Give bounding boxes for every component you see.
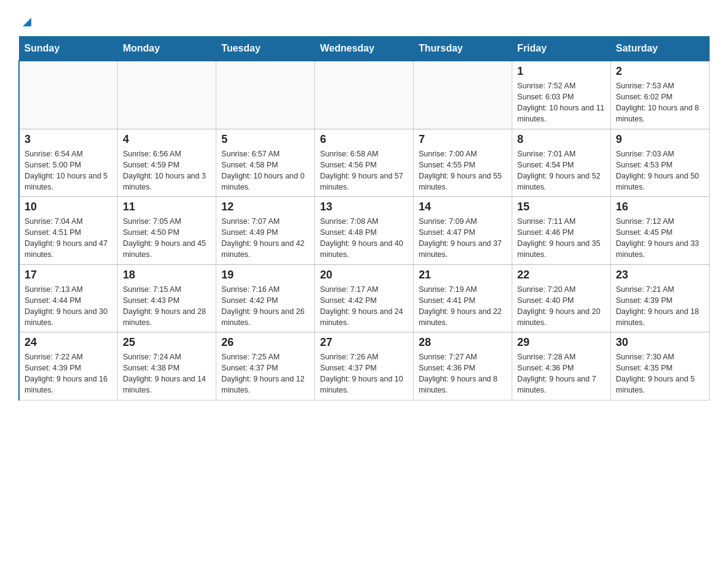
day-info: Sunrise: 7:30 AM Sunset: 4:35 PM Dayligh… [616,351,704,396]
day-info: Sunrise: 7:15 AM Sunset: 4:43 PM Dayligh… [123,284,211,329]
calendar-cell: 12Sunrise: 7:07 AM Sunset: 4:49 PM Dayli… [216,197,315,265]
calendar-cell: 3Sunrise: 6:54 AM Sunset: 5:00 PM Daylig… [19,129,118,197]
calendar-cell: 21Sunrise: 7:19 AM Sunset: 4:41 PM Dayli… [414,264,512,332]
day-info: Sunrise: 6:57 AM Sunset: 4:58 PM Dayligh… [221,148,309,193]
day-info: Sunrise: 7:00 AM Sunset: 4:55 PM Dayligh… [419,148,507,193]
calendar-week-row: 24Sunrise: 7:22 AM Sunset: 4:39 PM Dayli… [19,332,710,400]
calendar-cell [414,61,512,129]
day-number: 7 [419,133,507,146]
calendar-cell [118,61,216,129]
calendar-cell: 17Sunrise: 7:13 AM Sunset: 4:44 PM Dayli… [19,264,118,332]
day-info: Sunrise: 7:21 AM Sunset: 4:39 PM Dayligh… [616,284,704,329]
calendar-cell: 16Sunrise: 7:12 AM Sunset: 4:45 PM Dayli… [611,197,710,265]
day-info: Sunrise: 7:25 AM Sunset: 4:37 PM Dayligh… [221,351,309,396]
day-number: 4 [123,133,211,146]
day-number: 30 [616,336,704,349]
calendar-header-tuesday: Tuesday [216,37,315,61]
calendar-header-sunday: Sunday [19,37,118,61]
day-info: Sunrise: 6:54 AM Sunset: 5:00 PM Dayligh… [25,148,112,193]
day-number: 15 [517,201,605,213]
day-info: Sunrise: 7:13 AM Sunset: 4:44 PM Dayligh… [25,284,112,329]
day-info: Sunrise: 7:17 AM Sunset: 4:42 PM Dayligh… [320,284,408,329]
calendar-cell: 25Sunrise: 7:24 AM Sunset: 4:38 PM Dayli… [118,332,216,400]
day-info: Sunrise: 7:09 AM Sunset: 4:47 PM Dayligh… [419,216,507,261]
calendar-header-thursday: Thursday [414,37,512,61]
calendar-cell: 24Sunrise: 7:22 AM Sunset: 4:39 PM Dayli… [19,332,118,400]
calendar-week-row: 3Sunrise: 6:54 AM Sunset: 5:00 PM Daylig… [19,129,710,197]
calendar-cell: 8Sunrise: 7:01 AM Sunset: 4:54 PM Daylig… [512,129,611,197]
day-number: 26 [221,336,309,349]
day-number: 10 [25,201,112,213]
day-info: Sunrise: 7:20 AM Sunset: 4:40 PM Dayligh… [517,284,605,329]
calendar-cell: 14Sunrise: 7:09 AM Sunset: 4:47 PM Dayli… [414,197,512,265]
calendar-week-row: 10Sunrise: 7:04 AM Sunset: 4:51 PM Dayli… [19,197,710,265]
day-number: 8 [517,133,605,146]
calendar-cell: 30Sunrise: 7:30 AM Sunset: 4:35 PM Dayli… [611,332,710,400]
calendar-cell: 23Sunrise: 7:21 AM Sunset: 4:39 PM Dayli… [611,264,710,332]
day-number: 23 [616,269,704,282]
day-info: Sunrise: 7:03 AM Sunset: 4:53 PM Dayligh… [616,148,704,193]
day-info: Sunrise: 7:08 AM Sunset: 4:48 PM Dayligh… [320,216,408,261]
day-number: 29 [517,336,605,349]
day-number: 20 [320,269,408,282]
calendar-cell [315,61,414,129]
calendar-header-saturday: Saturday [611,37,710,61]
day-info: Sunrise: 7:05 AM Sunset: 4:50 PM Dayligh… [123,216,211,261]
day-info: Sunrise: 7:52 AM Sunset: 6:03 PM Dayligh… [517,80,605,125]
day-info: Sunrise: 7:01 AM Sunset: 4:54 PM Dayligh… [517,148,605,193]
day-number: 1 [517,65,605,78]
calendar-header-monday: Monday [118,37,216,61]
calendar-cell: 4Sunrise: 6:56 AM Sunset: 4:59 PM Daylig… [118,129,216,197]
calendar-cell: 18Sunrise: 7:15 AM Sunset: 4:43 PM Dayli… [118,264,216,332]
day-info: Sunrise: 7:11 AM Sunset: 4:46 PM Dayligh… [517,216,605,261]
calendar-header-wednesday: Wednesday [315,37,414,61]
calendar-cell: 26Sunrise: 7:25 AM Sunset: 4:37 PM Dayli… [216,332,315,400]
day-number: 21 [419,269,507,282]
calendar-cell: 19Sunrise: 7:16 AM Sunset: 4:42 PM Dayli… [216,264,315,332]
calendar-cell: 28Sunrise: 7:27 AM Sunset: 4:36 PM Dayli… [414,332,512,400]
day-info: Sunrise: 7:22 AM Sunset: 4:39 PM Dayligh… [25,351,112,396]
day-number: 17 [25,269,112,282]
calendar-cell [216,61,315,129]
logo-triangle-icon [20,15,34,29]
calendar-cell: 20Sunrise: 7:17 AM Sunset: 4:42 PM Dayli… [315,264,414,332]
day-number: 12 [221,201,309,213]
day-info: Sunrise: 7:28 AM Sunset: 4:36 PM Dayligh… [517,351,605,396]
calendar-cell: 2Sunrise: 7:53 AM Sunset: 6:02 PM Daylig… [611,61,710,129]
calendar-cell: 27Sunrise: 7:26 AM Sunset: 4:37 PM Dayli… [315,332,414,400]
day-info: Sunrise: 7:04 AM Sunset: 4:51 PM Dayligh… [25,216,112,261]
logo [18,12,34,30]
calendar-cell: 11Sunrise: 7:05 AM Sunset: 4:50 PM Dayli… [118,197,216,265]
calendar-cell: 9Sunrise: 7:03 AM Sunset: 4:53 PM Daylig… [611,129,710,197]
calendar-header-friday: Friday [512,37,611,61]
day-number: 5 [221,133,309,146]
calendar-cell [19,61,118,129]
calendar-cell: 13Sunrise: 7:08 AM Sunset: 4:48 PM Dayli… [315,197,414,265]
day-number: 25 [123,336,211,349]
day-number: 6 [320,133,408,146]
day-info: Sunrise: 7:07 AM Sunset: 4:49 PM Dayligh… [221,216,309,261]
day-info: Sunrise: 6:56 AM Sunset: 4:59 PM Dayligh… [123,148,211,193]
calendar-cell: 7Sunrise: 7:00 AM Sunset: 4:55 PM Daylig… [414,129,512,197]
calendar-table: SundayMondayTuesdayWednesdayThursdayFrid… [18,36,710,400]
day-number: 24 [25,336,112,349]
day-number: 27 [320,336,408,349]
day-info: Sunrise: 7:16 AM Sunset: 4:42 PM Dayligh… [221,284,309,329]
day-number: 2 [616,65,704,78]
svg-marker-0 [23,18,31,26]
day-info: Sunrise: 7:27 AM Sunset: 4:36 PM Dayligh… [419,351,507,396]
day-number: 19 [221,269,309,282]
calendar-week-row: 1Sunrise: 7:52 AM Sunset: 6:03 PM Daylig… [19,61,710,129]
day-number: 11 [123,201,211,213]
day-number: 3 [25,133,112,146]
day-info: Sunrise: 6:58 AM Sunset: 4:56 PM Dayligh… [320,148,408,193]
calendar-cell: 15Sunrise: 7:11 AM Sunset: 4:46 PM Dayli… [512,197,611,265]
day-info: Sunrise: 7:24 AM Sunset: 4:38 PM Dayligh… [123,351,211,396]
day-number: 9 [616,133,704,146]
day-info: Sunrise: 7:26 AM Sunset: 4:37 PM Dayligh… [320,351,408,396]
day-number: 16 [616,201,704,213]
day-number: 13 [320,201,408,213]
calendar-cell: 29Sunrise: 7:28 AM Sunset: 4:36 PM Dayli… [512,332,611,400]
day-number: 28 [419,336,507,349]
calendar-cell: 5Sunrise: 6:57 AM Sunset: 4:58 PM Daylig… [216,129,315,197]
